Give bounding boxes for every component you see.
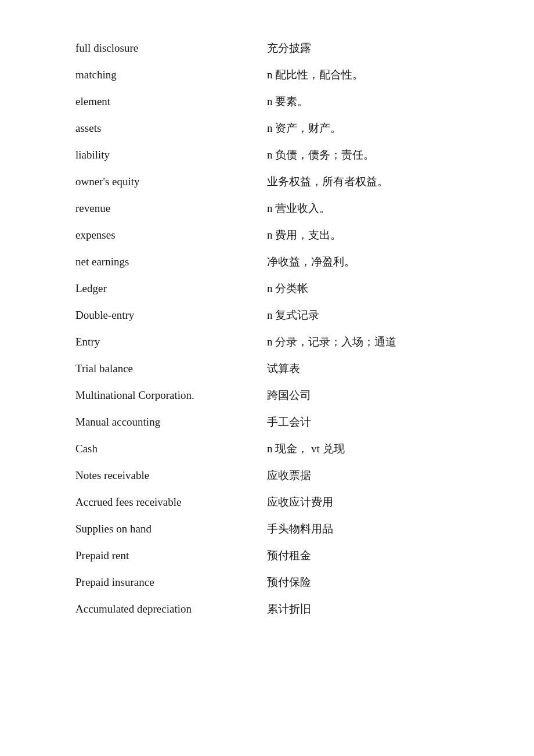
vocab-term: Trial balance (46, 362, 255, 375)
vocab-term: full disclosure (46, 42, 255, 55)
vocab-term: expenses (46, 229, 255, 242)
vocab-definition: n 资产，财产。 (255, 121, 488, 136)
vocab-term: Accumulated depreciation (46, 603, 255, 615)
vocab-term: Supplies on hand (46, 523, 255, 535)
vocab-definition: 应收应计费用 (255, 495, 488, 510)
vocab-definition: 预付租金 (255, 548, 488, 563)
vocab-term: Notes receivable (46, 469, 255, 482)
vocab-term: owner's equity (46, 175, 255, 188)
vocab-row: Manual accounting手工会计 (46, 409, 488, 435)
vocab-definition: 手头物料用品 (255, 521, 488, 537)
vocab-definition: 试算表 (255, 361, 488, 376)
vocab-definition: n 现金， vt 兑现 (255, 441, 488, 456)
vocab-term: Manual accounting (46, 416, 255, 429)
vocab-definition: 业务权益，所有者权益。 (255, 174, 488, 189)
vocab-term: revenue (46, 202, 255, 215)
vocab-row: revenuen 营业收入。 (46, 195, 488, 222)
vocab-list: full disclosure充分披露matchingn 配比性，配合性。ele… (46, 35, 488, 622)
vocab-definition: 手工会计 (255, 415, 488, 430)
vocab-definition: n 复式记录 (255, 308, 488, 323)
vocab-row: elementn 要素。 (46, 88, 488, 115)
vocab-row: Ledgern 分类帐 (46, 275, 488, 302)
vocab-term: Double-entry (46, 309, 255, 322)
vocab-row: liabilityn 负债，债务；责任。 (46, 142, 488, 168)
vocab-term: Entry (46, 336, 255, 348)
vocab-definition: 应收票据 (255, 468, 488, 483)
vocab-definition: n 费用，支出。 (255, 228, 488, 243)
vocab-term: Ledger (46, 282, 255, 295)
vocab-row: Prepaid insurance预付保险 (46, 569, 488, 596)
vocab-row: Accrued fees receivable应收应计费用 (46, 489, 488, 516)
vocab-definition: n 配比性，配合性。 (255, 67, 488, 82)
vocab-definition: n 要素。 (255, 94, 488, 109)
vocab-row: Double-entryn 复式记录 (46, 302, 488, 329)
vocab-definition: n 分录，记录；入场；通道 (255, 334, 488, 350)
vocab-term: Prepaid insurance (46, 576, 255, 589)
vocab-row: Multinational Corporation.跨国公司 (46, 382, 488, 409)
vocab-row: Prepaid rent预付租金 (46, 542, 488, 569)
vocab-term: net earnings (46, 255, 255, 268)
vocab-row: Entryn 分录，记录；入场；通道 (46, 329, 488, 355)
vocab-definition: 预付保险 (255, 575, 488, 590)
vocab-definition: n 负债，债务；责任。 (255, 147, 488, 163)
vocab-row: full disclosure充分披露 (46, 35, 488, 62)
vocab-row: Supplies on hand手头物料用品 (46, 516, 488, 542)
vocab-definition: n 营业收入。 (255, 201, 488, 216)
vocab-term: Multinational Corporation. (46, 389, 255, 402)
vocab-definition: 累计折旧 (255, 602, 488, 617)
vocab-term: liability (46, 149, 255, 161)
vocab-row: matchingn 配比性，配合性。 (46, 62, 488, 88)
vocab-definition: 跨国公司 (255, 388, 488, 403)
vocab-row: assetsn 资产，财产。 (46, 115, 488, 142)
vocab-term: element (46, 95, 255, 108)
vocab-row: Accumulated depreciation累计折旧 (46, 596, 488, 622)
vocab-definition: n 分类帐 (255, 281, 488, 296)
vocab-row: Trial balance试算表 (46, 355, 488, 382)
vocab-term: Accrued fees receivable (46, 496, 255, 509)
vocab-row: expensesn 费用，支出。 (46, 222, 488, 249)
vocab-term: matching (46, 69, 255, 81)
vocab-row: Notes receivable应收票据 (46, 462, 488, 489)
vocab-definition: 净收益，净盈利。 (255, 254, 488, 269)
vocab-row: owner's equity业务权益，所有者权益。 (46, 168, 488, 195)
vocab-definition: 充分披露 (255, 41, 488, 56)
vocab-row: Cashn 现金， vt 兑现 (46, 435, 488, 462)
vocab-term: Cash (46, 442, 255, 455)
vocab-row: net earnings净收益，净盈利。 (46, 249, 488, 275)
vocab-term: assets (46, 122, 255, 135)
vocab-term: Prepaid rent (46, 549, 255, 562)
